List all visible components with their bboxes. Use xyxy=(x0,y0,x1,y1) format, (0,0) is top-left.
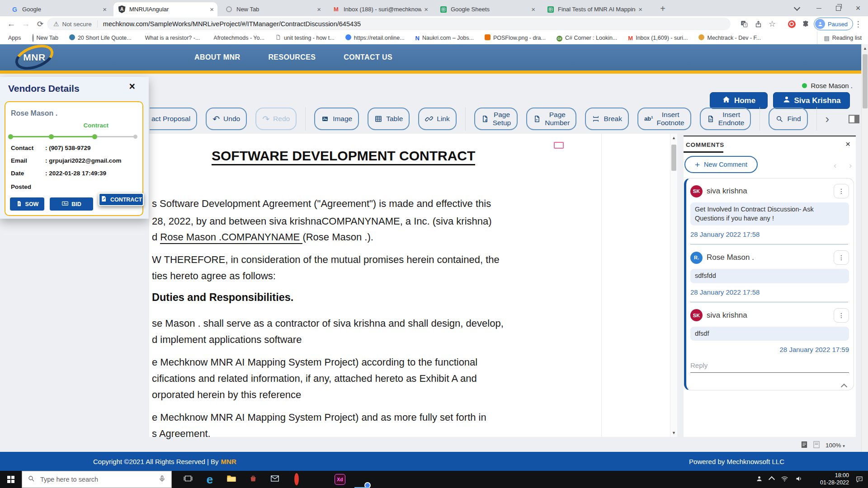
toolbar-page-number-button[interactable]: #Page Number xyxy=(526,108,576,130)
tab-close-icon[interactable]: × xyxy=(531,5,535,13)
footer-brand-link[interactable]: MNR xyxy=(221,458,236,465)
tab-search-caret-icon[interactable] xyxy=(789,0,805,16)
browser-menu-icon[interactable]: ⋮ xyxy=(852,18,864,30)
reload-icon[interactable]: ⟳ xyxy=(33,16,47,32)
translate-icon[interactable]: GT xyxy=(738,18,750,30)
bookmark-item-mechtrack-dev-f[interactable]: Mechtrack - Dev - F... xyxy=(698,34,761,42)
nav-item-contact-us[interactable]: CONTACT US xyxy=(344,53,392,61)
taskbar-opera-button[interactable] xyxy=(286,471,307,488)
taskbar-chrome-button[interactable] xyxy=(351,471,373,488)
browser-tab-new-tab[interactable]: New Tab× xyxy=(221,2,325,16)
prev-comment-icon[interactable]: ‹ xyxy=(834,160,836,170)
browser-tab-final-tests-of-mnr-ai-mapping-s[interactable]: Final Tests of MNR AI Mapping S× xyxy=(542,2,646,16)
forward-icon[interactable]: → xyxy=(19,16,33,32)
browser-tab-mnruiangular[interactable]: AMNRUIAngular× xyxy=(113,2,217,16)
bookmark-item-20-short-life-quote[interactable]: 20 Short Life Quote... xyxy=(69,34,132,42)
bookmark-item-inbox-1-609-suri[interactable]: MInbox (1,609) - suri... xyxy=(628,35,688,42)
back-icon[interactable]: ← xyxy=(5,16,18,32)
profile-sync-paused-button[interactable]: Paused xyxy=(814,18,853,30)
tab-close-icon[interactable]: × xyxy=(424,5,428,13)
contract-button[interactable]: CONTRACT xyxy=(99,193,144,206)
next-comment-icon[interactable]: › xyxy=(849,160,852,170)
restore-button[interactable] xyxy=(829,0,848,16)
bookmark-item-naukri-com-jobs[interactable]: NNaukri.com – Jobs... xyxy=(415,35,474,42)
document-scrollbar-thumb[interactable] xyxy=(671,145,676,171)
taskbar-firefox-button[interactable] xyxy=(307,471,329,488)
browser-tab-google[interactable]: GGoogle× xyxy=(6,2,110,16)
bookmark-item-posflow-png-dra[interactable]: POSFlow.png - dra... xyxy=(485,34,546,42)
extensions-puzzle-icon[interactable] xyxy=(799,18,812,30)
action-center-button[interactable] xyxy=(852,471,867,488)
taskbar-calculator-button[interactable] xyxy=(373,471,394,488)
scroll-down-icon[interactable]: ▼ xyxy=(670,430,677,436)
bid-button[interactable]: $BID xyxy=(50,197,93,211)
toolbar-undo-button[interactable]: ↶Undo xyxy=(206,108,247,130)
address-bar[interactable]: ⚠ Not secure mechknow.com/SampleWorks/MN… xyxy=(47,18,731,30)
tab-close-icon[interactable]: × xyxy=(317,5,321,13)
comment-item[interactable]: SKsiva krishna⋮dfsdf28 January 2022 17:5… xyxy=(690,308,849,354)
comment-menu-button[interactable]: ⋮ xyxy=(834,308,849,323)
mic-icon[interactable] xyxy=(158,475,166,484)
comment-item[interactable]: SKsiva krishna⋮Get Involved In Contract … xyxy=(690,184,849,238)
comments-close-icon[interactable]: × xyxy=(845,140,850,148)
taskbar-store-button[interactable] xyxy=(242,471,264,488)
start-button[interactable] xyxy=(0,471,22,488)
bookmark-item-c-corner-lookin[interactable]: C#C# Corner : Lookin... xyxy=(557,35,617,42)
toolbar-link-button[interactable]: Link xyxy=(418,108,456,130)
user-menu-button[interactable]: Siva Krishna xyxy=(773,92,850,109)
toolbar-insert-endnote-button[interactable]: Insert Endnote xyxy=(700,108,751,130)
tab-close-icon[interactable]: × xyxy=(103,5,107,13)
sow-button[interactable]: SOW xyxy=(10,197,44,211)
new-comment-button[interactable]: + New Comment xyxy=(684,156,758,173)
home-button[interactable]: Home xyxy=(710,92,768,109)
bookmark-item-unit-testing-how-t[interactable]: unit testing - how t... xyxy=(275,34,335,42)
toolbar-find-button[interactable]: Find xyxy=(769,108,807,130)
comment-menu-button[interactable]: ⋮ xyxy=(834,184,849,198)
page-scrollbar[interactable]: ▲ xyxy=(861,44,868,452)
toolbar-page-setup-button[interactable]: Page Setup xyxy=(474,108,518,130)
scroll-up-icon[interactable]: ▲ xyxy=(670,135,677,141)
taskbar-clock[interactable]: 18:00 01-28-2022 xyxy=(813,471,849,488)
nav-item-about-mnr[interactable]: ABOUT MNR xyxy=(194,53,240,61)
page-scroll-up-icon[interactable]: ▲ xyxy=(862,45,868,52)
browser-tab-google-sheets[interactable]: Google Sheets× xyxy=(435,2,539,16)
reply-input[interactable] xyxy=(690,361,849,373)
print-layout-icon[interactable] xyxy=(801,441,808,450)
taskbar-mail-button[interactable] xyxy=(264,471,286,488)
toolbar-act-proposal-button[interactable]: act Proposal xyxy=(150,108,197,130)
toolbar-image-button[interactable]: Image xyxy=(314,108,359,130)
bookmark-item-new-tab[interactable]: New Tab xyxy=(32,35,58,41)
nav-item-resources[interactable]: RESOURCES xyxy=(268,53,316,61)
tray-person-icon[interactable] xyxy=(756,475,763,484)
reading-list-button[interactable]: ▤ Reading list xyxy=(817,32,862,44)
comment-menu-button[interactable]: ⋮ xyxy=(834,250,849,265)
toolbar-insert-footnote-button[interactable]: ab1Insert Footnote xyxy=(637,108,691,130)
bookmark-item-afrotechmods-yo[interactable]: Afrotechmods - Yo... xyxy=(211,35,264,41)
toolbar-redo-button[interactable]: ↷Redo xyxy=(255,108,297,130)
mnr-logo[interactable]: MNR xyxy=(14,45,55,69)
taskbar-edge-button[interactable]: e xyxy=(199,471,221,488)
zoom-level-button[interactable]: 100% ▾ xyxy=(826,442,845,449)
document-scrollbar[interactable]: ▲ ▼ xyxy=(670,134,677,437)
page-scrollbar-thumb[interactable] xyxy=(863,54,868,108)
toolbar-table-button[interactable]: Table xyxy=(368,108,410,130)
bookmark-item-what-is-a-resistor[interactable]: What is a resistor? -... xyxy=(142,35,200,41)
new-tab-button[interactable]: + xyxy=(656,2,669,15)
taskbar-task-view-button[interactable] xyxy=(177,471,199,488)
collapse-chevron-icon[interactable] xyxy=(842,383,846,391)
bookmark-item-apps[interactable]: Apps xyxy=(5,35,21,41)
volume-icon[interactable] xyxy=(795,475,803,484)
comment-item[interactable]: R.Rose Mason .⋮sdfsfdd28 January 2022 17… xyxy=(690,250,849,296)
share-icon[interactable] xyxy=(752,18,764,30)
browser-tab-inbox-188-suri-mechknowsof[interactable]: MInbox (188) - suri@mechknowsof× xyxy=(328,2,432,16)
close-window-button[interactable]: × xyxy=(848,0,868,16)
toolbar-break-button[interactable]: Break xyxy=(585,108,629,130)
taskbar-adobe-xd-button[interactable]: Xd xyxy=(329,471,351,488)
network-icon[interactable] xyxy=(781,475,788,484)
vendors-close-icon[interactable]: × xyxy=(129,81,135,92)
taskbar-search-input[interactable] xyxy=(39,475,154,483)
web-layout-icon[interactable] xyxy=(813,441,820,450)
bookmark-item-https-retail-online[interactable]: https://retail.online... xyxy=(345,34,405,42)
minimize-button[interactable] xyxy=(809,0,829,16)
side-panel-toggle-icon[interactable] xyxy=(849,115,859,123)
